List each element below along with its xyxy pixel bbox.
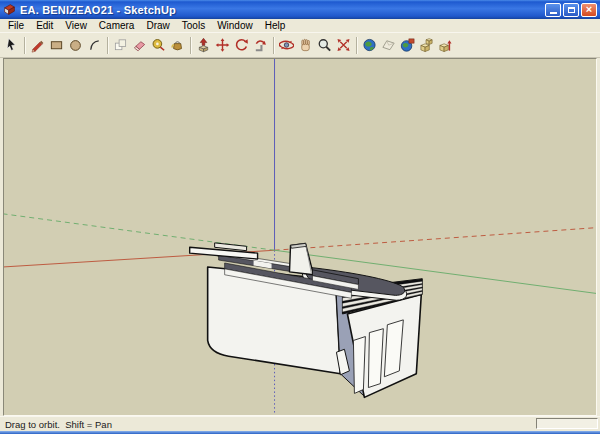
- place-model-icon: [400, 37, 415, 53]
- zoom-extents-icon: [336, 37, 351, 53]
- menu-item-draw[interactable]: Draw: [140, 20, 175, 31]
- menu-item-help[interactable]: Help: [259, 20, 292, 31]
- toolbar-separator: [107, 37, 108, 54]
- rectangle-icon: [49, 37, 64, 53]
- arc-tool-button[interactable]: [85, 35, 104, 55]
- pan-tool-button[interactable]: [296, 35, 315, 55]
- move-icon: [215, 37, 230, 53]
- measurements-box[interactable]: [536, 418, 598, 429]
- orbit-icon: [279, 37, 294, 53]
- menu-item-window[interactable]: Window: [211, 20, 259, 31]
- sketchup-app-icon: [3, 3, 16, 16]
- minimize-icon: [550, 12, 557, 14]
- window-controls: ×: [545, 3, 597, 17]
- menu-item-tools[interactable]: Tools: [176, 20, 211, 31]
- select-tool-button[interactable]: [2, 35, 21, 55]
- toolbar-separator: [356, 37, 357, 54]
- line-icon: [30, 37, 45, 53]
- title-bar[interactable]: EA. BENIZEAO21 - SketchUp ×: [0, 0, 600, 19]
- share-model-icon: [438, 37, 453, 53]
- paint-bucket-icon: [170, 37, 185, 53]
- status-hint: Drag to orbit. Shift = Pan: [5, 419, 112, 430]
- place-model-tool-button[interactable]: [398, 35, 417, 55]
- viewport-frame: [0, 58, 600, 416]
- share-model-tool-button[interactable]: [436, 35, 455, 55]
- close-icon: ×: [586, 5, 592, 14]
- menu-item-edit[interactable]: Edit: [30, 20, 59, 31]
- drawing-canvas[interactable]: [4, 59, 596, 415]
- push-pull-icon: [196, 37, 211, 53]
- toolbar-separator: [190, 37, 191, 54]
- toggle-terrain-tool-button[interactable]: [379, 35, 398, 55]
- rectangle-tool-button[interactable]: [47, 35, 66, 55]
- make-component-tool-button[interactable]: [111, 35, 130, 55]
- restore-icon: [568, 7, 575, 13]
- toolbar-separator: [273, 37, 274, 54]
- make-component-icon: [113, 37, 128, 53]
- tape-measure-icon: [151, 37, 166, 53]
- get-current-view-tool-button[interactable]: [360, 35, 379, 55]
- eraser-tool-button[interactable]: [130, 35, 149, 55]
- close-button[interactable]: ×: [581, 3, 597, 17]
- application-window: EA. BENIZEAO21 - SketchUp × FileEditView…: [0, 0, 600, 434]
- rotate-tool-button[interactable]: [232, 35, 251, 55]
- status-bar: Drag to orbit. Shift = Pan: [0, 416, 600, 431]
- zoom-tool-button[interactable]: [315, 35, 334, 55]
- get-models-tool-button[interactable]: [417, 35, 436, 55]
- menu-bar: FileEditViewCameraDrawToolsWindowHelp: [0, 19, 600, 32]
- move-tool-button[interactable]: [213, 35, 232, 55]
- zoom-icon: [317, 37, 332, 53]
- tape-measure-tool-button[interactable]: [149, 35, 168, 55]
- window-title: EA. BENIZEAO21 - SketchUp: [20, 4, 541, 16]
- restore-button[interactable]: [563, 3, 579, 17]
- viewport: [3, 58, 597, 416]
- push-pull-tool-button[interactable]: [194, 35, 213, 55]
- paint-bucket-tool-button[interactable]: [168, 35, 187, 55]
- get-current-view-icon: [362, 37, 377, 53]
- tool-bar: [0, 32, 600, 58]
- stern-door-1: [353, 337, 365, 394]
- arc-icon: [87, 37, 102, 53]
- line-tool-button[interactable]: [28, 35, 47, 55]
- eraser-icon: [132, 37, 147, 53]
- menu-item-file[interactable]: File: [2, 20, 30, 31]
- get-models-icon: [419, 37, 434, 53]
- follow-me-icon: [253, 37, 268, 53]
- circle-tool-button[interactable]: [66, 35, 85, 55]
- circle-icon: [68, 37, 83, 53]
- model-geometry[interactable]: [190, 243, 423, 397]
- follow-me-tool-button[interactable]: [251, 35, 270, 55]
- zoom-extents-tool-button[interactable]: [334, 35, 353, 55]
- toggle-terrain-icon: [381, 37, 396, 53]
- select-icon: [4, 37, 19, 53]
- pan-icon: [298, 37, 313, 53]
- menu-item-view[interactable]: View: [59, 20, 93, 31]
- menu-item-camera[interactable]: Camera: [93, 20, 141, 31]
- orbit-tool-button[interactable]: [277, 35, 296, 55]
- minimize-button[interactable]: [545, 3, 561, 17]
- rotate-icon: [234, 37, 249, 53]
- toolbar-separator: [24, 37, 25, 54]
- red-axis-negative: [275, 228, 596, 251]
